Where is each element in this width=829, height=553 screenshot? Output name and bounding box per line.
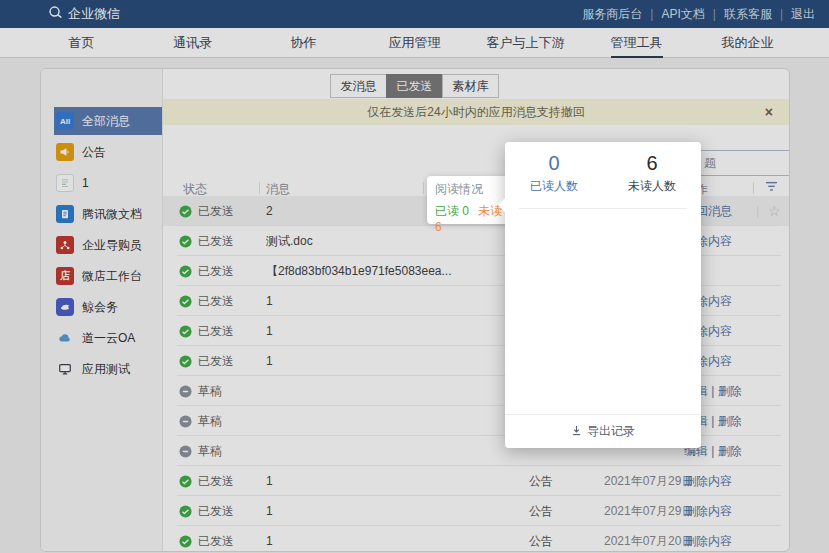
row-action-link[interactable]: 删除内容 [684,466,732,496]
sidebar-item[interactable]: 公告 [54,138,162,166]
status-label: 已发送 [198,256,234,286]
sidebar-item[interactable]: All全部消息 [54,107,162,135]
sidebar-item[interactable]: 道一云OA [54,324,162,352]
status-cell: 已发送 [179,466,234,496]
sidebar-item-label: 腾讯微文档 [82,206,142,223]
star-icon[interactable]: ☆ [768,196,781,226]
nav-item[interactable]: 管理工具 [581,28,692,58]
status-label: 已发送 [198,526,234,552]
sidebar-item-label: 道一云OA [82,330,135,347]
status-label: 已发送 [198,346,234,376]
doc-blue-icon [56,205,74,223]
nav-item[interactable]: 客户与上下游 [470,28,581,58]
filter-icon[interactable] [765,181,778,195]
unread-stat: 6 未读人数 [603,152,701,195]
navbar: 首页通讯录协作应用管理客户与上下游管理工具我的企业 [0,28,829,58]
table-row[interactable]: 已发送1公告2021年07月20日删除内容 [163,526,789,552]
read-status-hovercard[interactable]: 阅读情况 已读 0 未读 6 [427,176,511,224]
sidebar-item[interactable]: 腾讯微文档 [54,200,162,228]
read-status-header: 阅读情况 [435,181,511,198]
nav-item[interactable]: 应用管理 [359,28,470,58]
header-divider [753,182,754,194]
sidebar-item[interactable]: 企业导购员 [54,231,162,259]
app-cell: 公告 [529,466,553,496]
popup-divider [519,208,687,209]
nav-item[interactable]: 首页 [26,28,137,58]
message-cell: 1 [266,466,273,496]
header-divider [423,182,424,194]
sidebar-item-label: 企业导购员 [82,237,142,254]
status-label: 已发送 [198,466,234,496]
message-cell: 1 [266,316,273,346]
status-cell: 已发送 [179,226,234,256]
read-stats-popup: 0 已读人数 6 未读人数 导出记录 [505,142,701,448]
whale-icon [56,298,74,316]
sent-check-icon [179,295,192,308]
nav-item[interactable]: 协作 [248,28,359,58]
cloud-icon [56,329,74,347]
status-label: 草稿 [198,406,222,436]
status-label: 已发送 [198,226,234,256]
download-icon [571,425,582,439]
topbar: 企业微信 服务商后台API文档联系客服退出 [0,0,829,28]
status-cell: 已发送 [179,256,234,286]
export-label: 导出记录 [587,423,635,440]
sidebar-item-label: 应用测试 [82,361,130,378]
message-cell: 测试.doc [266,226,313,256]
export-records-button[interactable]: 导出记录 [505,414,701,448]
date-cell: 2021年07月29日 [604,496,693,526]
sidebar-item-label: 鲸会务 [82,299,118,316]
row-action-link[interactable]: 删除内容 [684,526,732,552]
header-divider [259,182,260,194]
status-cell: 已发送 [179,316,234,346]
date-cell: 2021年07月29日 [604,466,693,496]
sidebar-item-label: 公告 [82,144,106,161]
brand-name: 企业微信 [68,5,120,23]
sent-check-icon [179,505,192,518]
draft-icon [179,385,192,398]
sent-check-icon [179,475,192,488]
sidebar-item-label: 全部消息 [82,113,130,130]
wework-logo-icon [48,5,63,23]
monitor-icon [56,360,74,378]
topbar-link[interactable]: 退出 [772,6,815,23]
sidebar-item[interactable]: 1 [54,169,162,197]
sidebar-item-label: 1 [82,176,89,190]
table-row[interactable]: 已发送1公告2021年07月29日删除内容 [163,496,789,526]
status-label: 已发送 [198,496,234,526]
action-divider: | [756,196,759,226]
unread-label: 未读人数 [603,178,701,195]
popup-stats: 0 已读人数 6 未读人数 [505,142,701,195]
row-action-link[interactable]: 删除内容 [684,496,732,526]
nav-item[interactable]: 我的企业 [692,28,803,58]
draft-icon [179,445,192,458]
message-cell: 1 [266,286,273,316]
sent-check-icon [179,235,192,248]
unread-count: 6 [603,152,701,175]
status-label: 已发送 [198,316,234,346]
app-list: All全部消息公告1腾讯微文档企业导购员店微店工作台鲸会务道一云OA应用测试 [41,107,162,386]
status-cell: 草稿 [179,376,222,406]
topbar-link[interactable]: API文档 [642,6,704,23]
sent-check-icon [179,265,192,278]
topbar-link[interactable]: 服务商后台 [582,6,642,23]
status-label: 已发送 [198,286,234,316]
status-cell: 已发送 [179,346,234,376]
message-cell: 1 [266,346,273,376]
document-icon [56,174,74,192]
status-cell: 已发送 [179,526,234,552]
sidebar-item[interactable]: 店微店工作台 [54,262,162,290]
topbar-link[interactable]: 联系客服 [705,6,772,23]
read-label: 已读人数 [505,178,603,195]
status-label: 草稿 [198,376,222,406]
screen: 企业微信 服务商后台API文档联系客服退出 首页通讯录协作应用管理客户与上下游管… [0,0,829,553]
sidebar-item[interactable]: 应用测试 [54,355,162,383]
org-network-icon [56,236,74,254]
table-row[interactable]: 已发送1公告2021年07月29日删除内容 [163,466,789,496]
sidebar-item[interactable]: 鲸会务 [54,293,162,321]
status-cell: 已发送 [179,286,234,316]
status-label: 已发送 [198,196,234,226]
read-count: 0 [505,152,603,175]
nav-item[interactable]: 通讯录 [137,28,248,58]
message-cell: 【2f8d83bf034b1e971fe5083eea... [266,256,452,286]
